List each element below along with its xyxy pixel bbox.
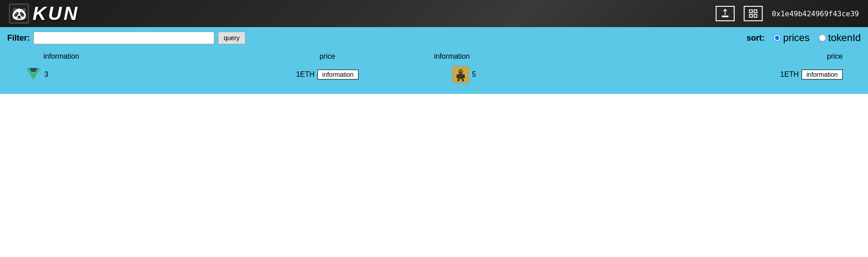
sort-prices-option[interactable]: prices [774, 32, 810, 44]
wallet-address: 0x1e49b424969f43ce39 [772, 9, 859, 18]
col-header-4: price [647, 52, 861, 61]
svg-rect-11 [458, 79, 459, 81]
logo: 🐼 KUN [9, 3, 79, 24]
filter-bar: Filter: query sort: prices tokenId [0, 27, 868, 49]
header-right: 0x1e49b424969f43ce39 [716, 6, 859, 21]
svg-rect-10 [458, 74, 463, 79]
item-1-info-button[interactable]: information [317, 70, 359, 79]
item-2-price-value: 1ETH [780, 70, 799, 79]
svg-rect-3 [750, 14, 752, 17]
svg-point-15 [459, 70, 460, 71]
item-1-token-id: 3 [44, 70, 48, 79]
svg-rect-4 [754, 14, 757, 17]
sort-section: sort: prices tokenId [746, 32, 861, 44]
item-2-price-cell: 1ETH information [647, 70, 861, 79]
grid-icon[interactable] [744, 6, 763, 21]
sort-tokenid-radio[interactable] [819, 34, 826, 42]
item-2-info: 5 [434, 66, 647, 83]
col-header-1: information [7, 52, 221, 61]
knight-icon [452, 66, 469, 83]
svg-point-9 [458, 69, 463, 74]
item-1-info: 3 [7, 66, 221, 83]
upload-icon[interactable] [716, 6, 735, 21]
col-header-3: information [434, 52, 647, 61]
sort-tokenid-label: tokenId [828, 32, 861, 44]
items-row: 3 1ETH information [7, 64, 861, 85]
svg-rect-12 [462, 79, 464, 81]
filter-label: Filter: [7, 33, 30, 43]
content-area: information price information price 3 1E… [0, 49, 868, 94]
sort-label: sort: [746, 33, 764, 43]
logo-icon: 🐼 [9, 4, 29, 23]
vue-icon [25, 66, 42, 83]
header: 🐼 KUN 0x1e49b424969f43ce39 [0, 0, 868, 27]
filter-input[interactable] [33, 32, 214, 44]
sort-prices-label: prices [783, 32, 810, 44]
sort-prices-radio[interactable] [774, 34, 781, 42]
logo-text: KUN [33, 3, 79, 24]
item-1-price-cell: 1ETH information [221, 70, 434, 79]
item-1-price-value: 1ETH [296, 70, 315, 79]
query-button[interactable]: query [218, 32, 245, 44]
col-header-2: price [221, 52, 434, 61]
svg-rect-13 [457, 75, 458, 78]
columns-header: information price information price [7, 49, 861, 64]
item-2-token-id: 5 [472, 70, 476, 79]
svg-rect-1 [750, 10, 752, 13]
sort-tokenid-option[interactable]: tokenId [819, 32, 861, 44]
svg-rect-14 [463, 75, 465, 78]
svg-point-16 [461, 70, 462, 71]
svg-rect-2 [754, 10, 757, 13]
panda-icon: 🐼 [11, 6, 27, 21]
item-2-info-button[interactable]: information [802, 70, 843, 79]
